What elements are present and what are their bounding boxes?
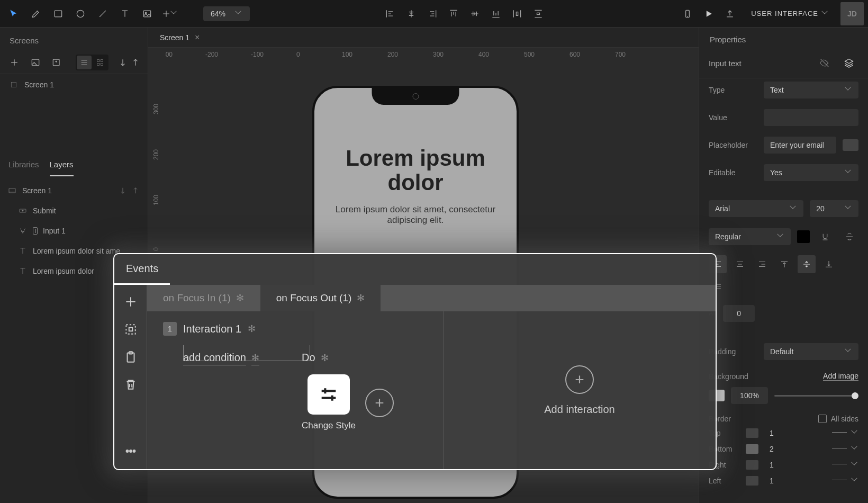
project-menu-label: USER INTERFACE bbox=[751, 10, 818, 17]
border-left-width[interactable]: 1 bbox=[764, 477, 780, 485]
gear-icon[interactable]: ✻ bbox=[248, 323, 256, 335]
strikethrough-button[interactable] bbox=[840, 228, 858, 246]
rect-tool[interactable] bbox=[49, 4, 68, 23]
underline-button[interactable] bbox=[816, 228, 834, 246]
font-family-select[interactable]: Arial bbox=[709, 200, 803, 217]
opacity-input[interactable]: 100% bbox=[731, 387, 768, 404]
layer-submit[interactable]: Submit bbox=[0, 201, 148, 221]
border-left-color[interactable] bbox=[746, 476, 758, 486]
trigger-tab-focus-in[interactable]: on Focus In (1) ✻ bbox=[147, 285, 260, 311]
chevron-down-icon bbox=[236, 11, 242, 17]
add-action-button[interactable]: + bbox=[365, 389, 394, 417]
move-up-button[interactable] bbox=[130, 55, 141, 70]
add-screen-button[interactable] bbox=[6, 55, 22, 70]
tab-libraries[interactable]: Libraries bbox=[8, 154, 39, 176]
align-top[interactable] bbox=[444, 4, 463, 23]
border-bottom-style[interactable] bbox=[832, 448, 847, 453]
border-right-style[interactable] bbox=[832, 464, 847, 469]
action-card-label: Change Style bbox=[302, 420, 356, 431]
doc-tab-screen1[interactable]: Screen 1 × bbox=[155, 31, 205, 44]
clipboard-button[interactable] bbox=[122, 348, 139, 365]
play-button[interactable] bbox=[699, 4, 718, 23]
svg-point-23 bbox=[130, 450, 132, 452]
grid-view-button[interactable] bbox=[93, 56, 107, 69]
trigger-tab-focus-out[interactable]: on Focus Out (1) ✻ bbox=[260, 285, 382, 311]
add-image-link[interactable]: Add image bbox=[823, 372, 858, 381]
user-avatar[interactable]: JD bbox=[840, 2, 864, 25]
border-bottom-width[interactable]: 2 bbox=[764, 445, 780, 453]
border-top-style[interactable] bbox=[832, 432, 847, 437]
type-select[interactable]: Text bbox=[764, 82, 858, 98]
all-sides-checkbox[interactable] bbox=[818, 415, 827, 423]
mock-body[interactable]: Lorem ipsum dolor sit amet, consectetur … bbox=[330, 204, 501, 226]
image-tool[interactable] bbox=[138, 4, 157, 23]
project-menu[interactable]: USER INTERFACE bbox=[751, 10, 829, 17]
placeholder-input[interactable]: Enter your email bbox=[764, 137, 836, 154]
align-vcenter[interactable] bbox=[465, 4, 484, 23]
font-weight-select[interactable]: Regular bbox=[709, 228, 791, 245]
border-left-style[interactable] bbox=[832, 480, 847, 485]
events-tab[interactable]: Events bbox=[114, 254, 170, 285]
more-button[interactable] bbox=[122, 443, 139, 460]
select-tool[interactable] bbox=[4, 4, 23, 23]
preview-device[interactable] bbox=[678, 4, 697, 23]
gear-icon[interactable]: ✻ bbox=[236, 292, 244, 304]
halign-center[interactable] bbox=[731, 255, 749, 273]
visibility-icon[interactable] bbox=[815, 53, 834, 73]
delete-button[interactable] bbox=[122, 376, 139, 393]
move-down-button[interactable] bbox=[117, 55, 129, 70]
border-top-color[interactable] bbox=[746, 428, 758, 438]
list-view-button[interactable] bbox=[77, 56, 92, 69]
distribute-h[interactable] bbox=[508, 4, 527, 23]
ruler-horizontal: -300 -200 -100 0 100 200 300 400 500 600… bbox=[165, 48, 699, 64]
interaction-header[interactable]: 1 Interaction 1 ✻ bbox=[163, 322, 427, 336]
align-left[interactable] bbox=[381, 4, 400, 23]
padding-select[interactable]: Default bbox=[764, 343, 858, 360]
distribute-v[interactable] bbox=[529, 4, 548, 23]
border-top-width[interactable]: 1 bbox=[764, 429, 780, 437]
border-right-color[interactable] bbox=[746, 460, 758, 470]
screens-title: Screens bbox=[0, 28, 148, 51]
line-tool[interactable] bbox=[93, 4, 112, 23]
halign-right[interactable] bbox=[753, 255, 771, 273]
zoom-select[interactable]: 64% bbox=[203, 6, 250, 21]
gear-icon[interactable]: ✻ bbox=[321, 352, 329, 364]
view-toggle bbox=[76, 55, 108, 70]
valign-bottom[interactable] bbox=[820, 255, 838, 273]
layers-icon[interactable] bbox=[839, 53, 858, 73]
upload-button[interactable] bbox=[720, 4, 739, 23]
screen-item[interactable]: Screen 1 bbox=[0, 74, 148, 95]
image-screen-button[interactable] bbox=[28, 55, 43, 70]
valign-middle[interactable] bbox=[798, 255, 816, 273]
pen-tool[interactable] bbox=[26, 4, 46, 23]
value-input[interactable] bbox=[764, 109, 858, 126]
duplicate-screen-button[interactable] bbox=[49, 55, 65, 70]
close-tab-icon[interactable]: × bbox=[195, 33, 200, 42]
border-bottom-color[interactable] bbox=[746, 444, 758, 454]
align-bottom[interactable] bbox=[486, 4, 505, 23]
add-tool[interactable] bbox=[160, 4, 179, 23]
letter-spacing-input[interactable]: 0 bbox=[723, 305, 755, 322]
text-tool[interactable] bbox=[115, 4, 134, 23]
svg-rect-10 bbox=[101, 63, 103, 65]
select-elements-button[interactable] bbox=[122, 321, 139, 338]
placeholder-color-chip[interactable] bbox=[843, 139, 858, 151]
change-style-action[interactable] bbox=[308, 374, 350, 415]
add-interaction-button[interactable]: + bbox=[565, 365, 594, 394]
valign-top[interactable] bbox=[775, 255, 793, 273]
font-size-select[interactable]: 20 bbox=[810, 200, 858, 217]
ellipse-tool[interactable] bbox=[71, 4, 90, 23]
font-color-chip[interactable] bbox=[797, 230, 810, 243]
gear-icon[interactable]: ✻ bbox=[357, 292, 365, 304]
add-trigger-button[interactable] bbox=[122, 293, 139, 310]
add-interaction-column[interactable]: + Add interaction bbox=[444, 311, 716, 469]
layer-input1[interactable]: I Input 1 bbox=[0, 221, 148, 241]
border-right-width[interactable]: 1 bbox=[764, 461, 780, 469]
opacity-slider[interactable] bbox=[774, 395, 858, 397]
align-right[interactable] bbox=[423, 4, 442, 23]
editable-select[interactable]: Yes bbox=[764, 164, 858, 181]
layer-root-screen[interactable]: Screen 1 bbox=[0, 181, 148, 201]
tab-layers[interactable]: Layers bbox=[50, 154, 74, 176]
mock-heading[interactable]: Lorem ipsum dolor bbox=[330, 146, 501, 195]
align-hcenter[interactable] bbox=[402, 4, 421, 23]
